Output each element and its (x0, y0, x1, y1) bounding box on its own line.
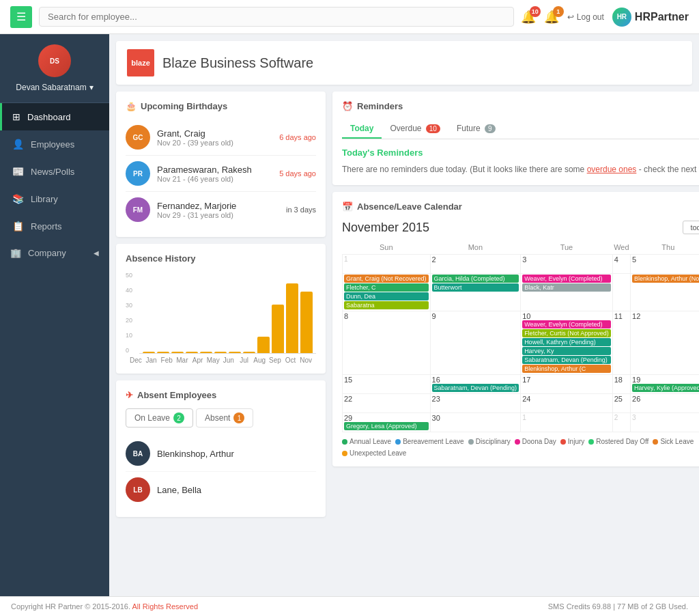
cal-cell[interactable]: Blenkinshop, Arthur (No (631, 274, 699, 311)
cal-cell[interactable]: Weaver, Evelyn (Completed) Black, Katr (521, 274, 613, 311)
cal-cell[interactable]: 15 (343, 375, 431, 394)
calendar-table: Sun Mon Tue Wed Thu Fri Sat (342, 240, 699, 432)
logout-link[interactable]: ↩ Log out (567, 12, 604, 22)
avatar: BA (126, 441, 150, 466)
chevron-down-icon: ▾ (89, 83, 94, 92)
avatar: LB (126, 477, 150, 502)
cal-event: Weaver, Evelyn (Completed) (522, 320, 611, 328)
birthday-info: Fernandez, Marjorie Nov 29 - (31 years o… (157, 201, 279, 219)
chart-bar (229, 352, 241, 353)
main-layout: DS Devan Sabaratnam ▾ ⊞ Dashboard 👤 Empl… (0, 34, 699, 596)
notifications-button[interactable]: 🔔 10 (521, 10, 536, 25)
chart-bar (143, 352, 155, 353)
cal-cell[interactable]: 17 (521, 375, 613, 394)
cal-cell[interactable]: Garcia, Hilda (Completed) Butterwort (430, 274, 521, 311)
birthdays-title-text: Upcoming Birthdays (141, 101, 227, 111)
sidebar-item-reports[interactable]: 📋 Reports (0, 212, 109, 240)
chart-label: Jan (145, 356, 158, 364)
avatar: DS (38, 44, 71, 77)
legend-label: Annual Leave (350, 438, 391, 445)
cal-cell[interactable]: 22 (343, 394, 431, 413)
cal-cell[interactable]: 2 (430, 255, 521, 274)
reminders-tab-today[interactable]: Today (342, 120, 382, 139)
sidebar-user: DS Devan Sabaratnam ▾ (0, 34, 109, 103)
menu-button[interactable]: ☰ (10, 6, 32, 28)
legend-annual-leave: Annual Leave (342, 438, 391, 445)
cal-cell[interactable]: 19 Harvey, Kylie (Approved) (631, 375, 699, 394)
cal-cell[interactable]: 5 (631, 255, 699, 274)
today-button[interactable]: today (683, 221, 699, 234)
logout-label: Log out (577, 12, 604, 22)
chart-label: Apr (191, 356, 205, 364)
clock-icon: ⏰ (342, 101, 353, 111)
calendar-title-text: Absence/Leave Calendar (357, 201, 462, 212)
chart-label: Dec (129, 356, 143, 364)
cal-cell[interactable]: 24 (521, 394, 613, 413)
absent-tab-on-leave[interactable]: On Leave 2 (126, 408, 193, 428)
birthday-date: Nov 29 - (31 years old) (157, 211, 279, 219)
sidebar-item-dashboard[interactable]: ⊞ Dashboard (0, 103, 109, 130)
avatar: GC (126, 125, 150, 150)
absent-employee-name: Blenkinshop, Arthur (157, 449, 234, 459)
cal-event: Weaver, Evelyn (Completed) (522, 275, 611, 283)
cal-cell[interactable]: 29 Gregory, Lesa (Approved) (343, 413, 431, 432)
cal-cell[interactable]: 3 (631, 413, 699, 432)
cal-cell[interactable]: 2 (612, 413, 630, 432)
cal-cell[interactable]: 1 (521, 413, 613, 432)
sidebar-item-label: Reports (31, 221, 62, 232)
cal-cell[interactable]: 12 (631, 311, 699, 375)
legend-dot (653, 439, 658, 445)
cal-cell[interactable]: 18 (612, 375, 630, 394)
footer-sms: SMS Credits 69.88 | 77 MB of 2 GB Used. (548, 602, 688, 611)
sidebar-item-label: Company (28, 248, 66, 258)
sidebar-item-employees[interactable]: 👤 Employees (0, 130, 109, 158)
absence-chart (139, 272, 316, 354)
cal-cell[interactable]: 9 (430, 311, 521, 375)
absence-history-card: Absence History 50 40 30 20 10 0 D (116, 244, 326, 374)
sidebar-item-newspolls[interactable]: 📰 News/Polls (0, 158, 109, 185)
cal-event: Butterwort (432, 283, 519, 292)
cal-event: Sabaratna (344, 301, 429, 309)
reminders-tab-overdue[interactable]: Overdue 10 (382, 120, 448, 139)
cal-cell[interactable]: 25 (612, 394, 630, 413)
sidebar-username[interactable]: Devan Sabaratnam ▾ (16, 83, 93, 92)
cal-cell[interactable]: 4 (612, 255, 630, 274)
chart-bar (243, 352, 255, 353)
company-header: blaze Blaze Business Software (116, 41, 692, 85)
chart-label: Jul (238, 356, 251, 364)
alerts-button[interactable]: 🔔 1 (544, 10, 559, 25)
sidebar-item-company[interactable]: 🏢 Company ◀ (0, 240, 109, 266)
logo-text: HRPartner (635, 11, 689, 23)
logout-icon: ↩ (567, 12, 574, 22)
search-input[interactable] (39, 7, 514, 27)
absent-tab-absent[interactable]: Absent 1 (196, 408, 253, 428)
cal-cell[interactable]: 16 Sabaratnam, Devan (Pending) (430, 375, 521, 394)
cal-cell[interactable]: 23 (430, 394, 521, 413)
cal-cell[interactable] (612, 274, 630, 311)
cal-cell[interactable]: 8 (343, 311, 431, 375)
sidebar-item-library[interactable]: 📚 Library (0, 185, 109, 212)
calendar-nav: today ◀ ▶ (683, 220, 699, 235)
legend-label: Bereavement Leave (403, 438, 464, 445)
birthday-ago: 6 days ago (279, 133, 316, 141)
cal-cell[interactable]: 3 (521, 255, 613, 274)
chart-bar (186, 352, 198, 353)
legend-dot (395, 439, 401, 445)
cal-cell[interactable]: 11 (612, 311, 630, 375)
cal-cell[interactable]: Grant, Craig (Not Recovered) Fletcher, C… (343, 274, 431, 311)
legend-dot (515, 439, 520, 445)
cal-event: Blenkinshop, Arthur (No (632, 275, 699, 283)
absent-count: 1 (233, 412, 244, 423)
cal-cell[interactable]: 26 (631, 394, 699, 413)
cal-cell[interactable]: 10 Weaver, Evelyn (Completed) Fletcher, … (521, 311, 613, 375)
footer-copy: Copyright HR Partner © 2015-2016. (11, 602, 130, 611)
calendar-month: November 2015 (342, 221, 683, 235)
username-label: Devan Sabaratnam (16, 83, 86, 92)
footer-rights-link[interactable]: All Rights Reserved (132, 602, 198, 611)
cal-cell[interactable]: 30 (430, 413, 521, 432)
cal-cell[interactable]: 1 (343, 255, 431, 274)
overdue-ones-link[interactable]: overdue ones (587, 165, 637, 174)
reminders-tab-future[interactable]: Future 9 (448, 120, 504, 139)
reports-icon: 📋 (12, 221, 24, 232)
absence-history-title: Absence History (126, 253, 316, 264)
